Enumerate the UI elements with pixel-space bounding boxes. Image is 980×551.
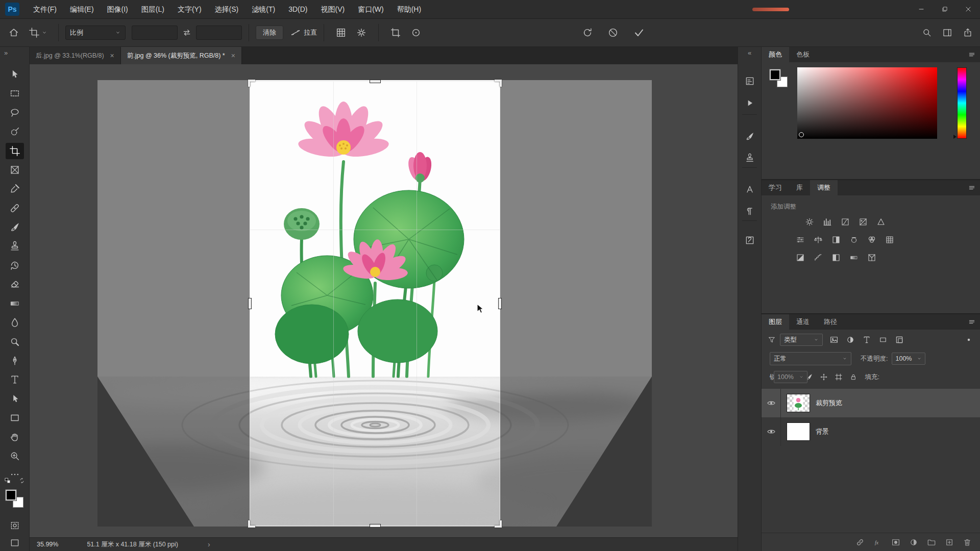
- menu-item-2[interactable]: 图像(I): [101, 0, 135, 18]
- panel-menu-icon[interactable]: [968, 184, 976, 192]
- eraser-tool[interactable]: [6, 276, 24, 292]
- hue-slider[interactable]: [957, 67, 967, 139]
- character-panel[interactable]: [741, 181, 759, 198]
- layer-row-0[interactable]: 裁剪预览: [762, 389, 980, 417]
- add-mask-icon[interactable]: [891, 538, 900, 547]
- crop-ratio-select[interactable]: 比例: [65, 26, 126, 40]
- pixel-filter-icon[interactable]: [829, 335, 839, 344]
- crop-box[interactable]: [250, 81, 500, 526]
- overlay-options-icon[interactable]: [335, 27, 347, 38]
- menu-item-10[interactable]: 帮助(H): [390, 0, 428, 18]
- crop-tool-preset[interactable]: [27, 26, 50, 40]
- clone-stamp-tool[interactable]: [6, 238, 24, 255]
- commit-crop-icon[interactable]: [633, 27, 645, 39]
- adjustment-channel-mixer[interactable]: [865, 234, 878, 245]
- document-tab-1[interactable]: 前.jpg @ 36% (裁剪预览, RGB/8) *×: [121, 47, 242, 64]
- lasso-tool[interactable]: [6, 105, 24, 121]
- actions-panel[interactable]: [741, 94, 759, 112]
- panel-strip-expand-icon[interactable]: «: [748, 49, 751, 57]
- layer-thumbnail[interactable]: [787, 394, 810, 412]
- shape-filter-icon[interactable]: [878, 335, 888, 344]
- dodge-tool[interactable]: [6, 334, 24, 350]
- adjustment-photo-filter[interactable]: [847, 234, 861, 245]
- crop-width-input[interactable]: [132, 26, 178, 40]
- glyphs-panel[interactable]: [741, 232, 759, 249]
- menu-item-5[interactable]: 选择(S): [208, 0, 246, 18]
- adjustment-filter-icon[interactable]: [846, 335, 855, 344]
- lock-transparency-icon[interactable]: [790, 373, 798, 381]
- panel-tab-adjustments-0[interactable]: 学习: [762, 180, 789, 195]
- crop-handle-bottom-left[interactable]: [248, 520, 255, 528]
- home-icon[interactable]: [8, 27, 19, 38]
- crop-handle-top-left[interactable]: [248, 80, 255, 87]
- adjustment-exposure[interactable]: [856, 216, 870, 228]
- panel-tab-adjustments-1[interactable]: 库: [789, 180, 810, 195]
- quick-mask-button[interactable]: [6, 517, 24, 534]
- close-button[interactable]: [957, 0, 980, 19]
- foreground-color-swatch[interactable]: [770, 69, 780, 80]
- reset-icon[interactable]: [582, 27, 593, 38]
- toolbar-expand-icon[interactable]: »: [4, 49, 8, 57]
- panel-tab-color-0[interactable]: 颜色: [762, 47, 789, 62]
- share-icon[interactable]: [963, 28, 973, 38]
- panel-tab-layers-0[interactable]: 图层: [762, 314, 789, 330]
- layer-row-1[interactable]: 背景: [762, 417, 980, 446]
- swap-dimensions-icon[interactable]: [182, 28, 192, 38]
- adjustment-brightness-contrast[interactable]: [802, 216, 816, 228]
- restore-button[interactable]: [933, 0, 957, 19]
- blend-mode-select[interactable]: 正常: [770, 352, 851, 365]
- tab-close-icon[interactable]: ×: [110, 52, 114, 60]
- swap-colors-icon[interactable]: [18, 477, 26, 484]
- rectangular-marquee-tool[interactable]: [6, 85, 24, 102]
- cancel-crop-icon[interactable]: [607, 27, 619, 38]
- new-adjustment-icon[interactable]: [909, 538, 918, 547]
- paragraph-panel[interactable]: [741, 203, 759, 220]
- content-aware-icon[interactable]: [410, 27, 422, 38]
- rectangle-tool[interactable]: [6, 410, 24, 426]
- menu-item-8[interactable]: 视图(V): [314, 0, 351, 18]
- history-brush-tool[interactable]: [6, 257, 24, 273]
- menu-item-7[interactable]: 3D(D): [282, 0, 314, 18]
- adjustment-hue-saturation[interactable]: [793, 234, 807, 245]
- layer-visibility-toggle[interactable]: [762, 417, 781, 446]
- adjustment-gradient-map[interactable]: [847, 252, 861, 263]
- crop-handle-bottom[interactable]: [370, 524, 381, 528]
- tab-close-icon[interactable]: ×: [231, 52, 235, 60]
- filter-switch-icon[interactable]: [966, 337, 972, 343]
- hue-slider-marker[interactable]: [953, 135, 957, 139]
- panel-menu-icon[interactable]: [968, 318, 976, 326]
- default-colors-icon[interactable]: [4, 477, 11, 484]
- new-group-icon[interactable]: [927, 538, 936, 547]
- color-panel-swatches[interactable]: [770, 69, 789, 89]
- document-canvas[interactable]: [30, 64, 738, 537]
- adjustment-vibrance[interactable]: [874, 216, 888, 228]
- saturation-brightness-box[interactable]: [797, 67, 937, 139]
- menu-item-9[interactable]: 窗口(W): [351, 0, 390, 18]
- screen-mode-button[interactable]: [6, 535, 24, 551]
- crop-height-input[interactable]: [196, 26, 242, 40]
- adjustment-color-lookup[interactable]: [883, 234, 896, 245]
- foreground-color-swatch[interactable]: [6, 490, 16, 500]
- menu-item-6[interactable]: 滤镜(T): [245, 0, 282, 18]
- link-layers-icon[interactable]: [855, 538, 865, 547]
- zoom-tool[interactable]: [6, 448, 24, 464]
- crop-tool[interactable]: [6, 143, 24, 159]
- brush-tool[interactable]: [6, 219, 24, 235]
- adjustment-posterize[interactable]: [811, 252, 825, 263]
- menu-item-0[interactable]: 文件(F): [27, 0, 63, 18]
- panel-tab-layers-1[interactable]: 通道: [789, 314, 817, 330]
- lock-all-icon[interactable]: [849, 373, 857, 381]
- layer-visibility-toggle[interactable]: [762, 389, 781, 417]
- adjustment-selective-color[interactable]: [865, 252, 878, 263]
- type-filter-icon[interactable]: [862, 335, 871, 344]
- menu-item-1[interactable]: 编辑(E): [63, 0, 101, 18]
- path-selection-tool[interactable]: [6, 391, 24, 407]
- lock-position-icon[interactable]: [820, 373, 828, 381]
- panel-tab-layers-2[interactable]: 路径: [817, 314, 844, 330]
- hand-tool[interactable]: [6, 429, 24, 445]
- menu-item-3[interactable]: 图层(L): [135, 0, 171, 18]
- zoom-level[interactable]: 35.99%: [30, 541, 58, 548]
- crop-handle-bottom-right[interactable]: [495, 520, 502, 528]
- frame-tool[interactable]: [6, 162, 24, 178]
- color-picker-marker[interactable]: [799, 132, 804, 137]
